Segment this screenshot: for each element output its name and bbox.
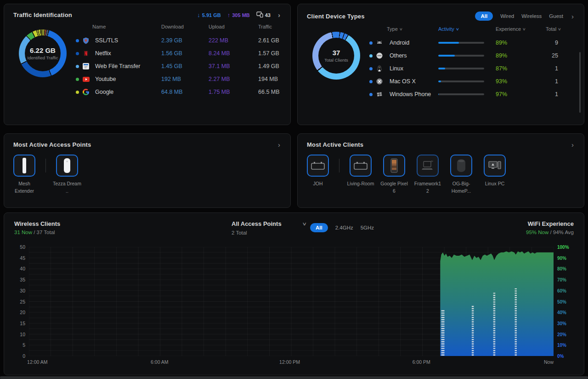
tab-wireless[interactable]: Wireless — [521, 13, 542, 19]
app-name: SSL/TLS — [92, 37, 161, 44]
table-row[interactable]: Mac OS X 93% 1 — [369, 75, 575, 88]
col-header-activity[interactable]: Activity∨ — [438, 26, 496, 32]
col-header-name: Name — [92, 24, 161, 29]
table-row[interactable]: SSL/TLS 2.39 GB 222 MB 2.61 GB — [76, 34, 281, 47]
panel-expand-chevron-icon[interactable]: › — [277, 141, 281, 148]
device-count: 43 — [256, 11, 271, 18]
band-5ghz[interactable]: 5GHz — [361, 225, 374, 230]
series-color-dot — [369, 54, 373, 57]
sort-chevron-icon: ∨ — [399, 27, 403, 31]
table-row[interactable]: Youtube 192 MB 2.27 MB 194 MB — [76, 73, 281, 86]
band-2-4ghz[interactable]: 2.4GHz — [335, 225, 353, 230]
experience-avg: 94% Avg — [553, 230, 574, 235]
mesh-extender-device-icon[interactable] — [13, 155, 35, 177]
device-tile: Living-Room — [350, 155, 372, 188]
col-header-experience[interactable]: Experience∨ — [496, 26, 542, 32]
activity-bar — [438, 55, 484, 57]
tv-device-icon[interactable] — [350, 155, 372, 177]
panel-title: Client Device Types — [307, 13, 365, 20]
experience-value: 89% — [496, 40, 542, 46]
wifi-experience-summary: 95% Now / 94% Avg — [526, 230, 574, 235]
col-header-type[interactable]: Type∨ — [369, 26, 438, 32]
table-scrollbar[interactable] — [579, 52, 581, 113]
sort-chevron-icon: ∨ — [456, 27, 459, 31]
dashboard-page: Traffic Identification ↓ 5.91 GB ↑ 305 M… — [0, 0, 588, 379]
panel-expand-chevron-icon[interactable]: › — [571, 141, 575, 148]
tab-all[interactable]: All — [475, 11, 493, 21]
series-color-dot — [76, 65, 79, 68]
series-color-dot — [76, 52, 79, 55]
traffic-donut-chart[interactable]: 6.22 GB Identified Traffic — [19, 29, 67, 77]
device-name: OG-Big-HomeP... — [447, 180, 475, 195]
most-active-clients-panel: Most Active Clients › JOH Living-Room — [297, 133, 584, 208]
chart-plot-area[interactable] — [29, 247, 554, 356]
download-arrow-icon: ↓ — [197, 11, 200, 18]
device-tile: Tezza Dream .. — [56, 155, 78, 195]
table-row[interactable]: Netflix 1.56 GB 8.24 MB 1.57 GB — [76, 47, 281, 60]
horizontal-scrollbar[interactable] — [0, 376, 588, 379]
tab-guest[interactable]: Guest — [549, 13, 563, 19]
devices-icon — [256, 11, 263, 18]
table-row[interactable]: Google 64.8 MB 1.75 MB 66.5 MB — [76, 86, 281, 98]
clients-now: 31 Now — [14, 230, 32, 235]
table-row[interactable]: Windows Phone 97% 1 — [369, 88, 575, 101]
traffic-value: 1.57 GB — [258, 50, 281, 57]
series-color-dot — [369, 80, 373, 83]
table-row[interactable]: Android 89% 9 — [369, 36, 575, 49]
band-all[interactable]: All — [310, 223, 328, 232]
wireless-clients-chart[interactable]: 50454035302520151050 100%90%80%70%60%50%… — [13, 247, 575, 366]
client-types-donut-chart[interactable]: 37 Total Clients — [312, 32, 360, 80]
app-name: Web File Transfer — [92, 63, 161, 69]
panel-expand-chevron-icon[interactable]: › — [277, 11, 281, 18]
pc-device-icon[interactable] — [484, 155, 506, 177]
tile-divider — [45, 159, 46, 172]
windows-phone-icon — [376, 91, 383, 98]
app-name: Youtube — [92, 76, 161, 82]
activity-bar — [438, 68, 484, 69]
phone-device-icon[interactable] — [383, 155, 405, 177]
device-name: Tezza Dream .. — [53, 180, 81, 195]
traffic-value: 2.61 GB — [258, 37, 281, 44]
total-value: 1 — [542, 91, 575, 98]
series-color-dot — [76, 78, 79, 81]
download-value: 1.45 GB — [161, 63, 209, 69]
speaker-device-icon[interactable] — [450, 155, 472, 177]
series-color-dot — [369, 41, 373, 45]
experience-now: 95% Now — [526, 230, 548, 235]
upload-value: 37.1 MB — [209, 63, 258, 69]
device-name: Living-Room — [346, 180, 375, 188]
col-header-traffic: Traffic — [258, 24, 281, 29]
client-type-name: Others — [387, 52, 438, 59]
x-axis-ticks: 12:00 AM6:00 AM12:00 PM6:00 PMNow — [29, 356, 554, 366]
tab-wired[interactable]: Wired — [500, 13, 514, 19]
device-name: Linux PC — [481, 180, 509, 188]
total-clients-label: Total Clients — [324, 57, 348, 63]
sort-chevron-icon: ∨ — [522, 27, 526, 31]
activity-bar — [438, 80, 484, 82]
experience-value: 93% — [496, 78, 542, 85]
panel-expand-chevron-icon[interactable]: › — [571, 13, 575, 20]
client-type-name: Mac OS X — [387, 78, 438, 85]
laptop-device-icon[interactable] — [417, 155, 439, 177]
access-point-selector[interactable]: All Access Points ∨ 2 Total — [232, 220, 306, 235]
tv-device-icon[interactable] — [307, 155, 329, 177]
youtube-icon — [82, 75, 90, 83]
upload-value: 8.24 MB — [209, 50, 258, 57]
most-active-access-points-panel: Most Active Access Points › Mesh Extende… — [4, 133, 291, 208]
series-color-dot — [369, 93, 373, 96]
upload-total: ↑ 305 MB — [227, 11, 250, 18]
uap-device-icon[interactable] — [56, 155, 78, 177]
android-icon — [376, 39, 383, 46]
experience-value: 87% — [496, 65, 542, 72]
col-header-total[interactable]: Total∨ — [542, 26, 575, 32]
left-axis-ticks: 50454035302520151050 — [13, 247, 29, 356]
activity-bar — [438, 93, 484, 95]
activity-bar — [438, 42, 484, 44]
download-value: 192 MB — [161, 76, 209, 82]
table-row[interactable]: Web File Transfer 1.45 GB 37.1 MB 1.49 G… — [76, 60, 281, 73]
device-tile: OG-Big-HomeP... — [450, 155, 472, 195]
table-row[interactable]: Others 89% 25 — [369, 49, 575, 62]
scrollbar-thumb[interactable] — [0, 376, 588, 379]
table-row[interactable]: Linux 87% 1 — [369, 62, 575, 75]
download-value: 64.8 MB — [161, 89, 209, 95]
